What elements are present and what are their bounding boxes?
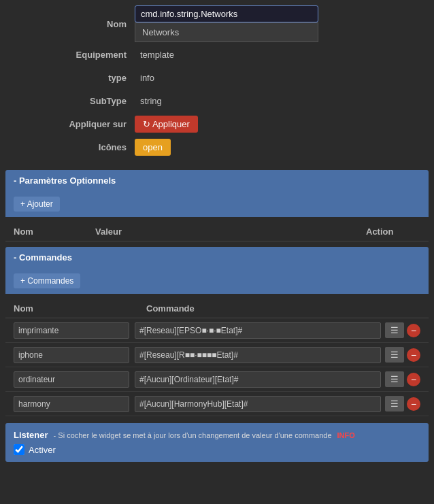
command-row: ☰ − bbox=[5, 318, 429, 343]
commands-title: - Commandes bbox=[14, 252, 72, 263]
remove-button-harmony[interactable]: − bbox=[407, 397, 420, 411]
command-name-imprimante[interactable] bbox=[14, 322, 129, 339]
subtype-label: SubType bbox=[5, 96, 135, 106]
open-button[interactable]: open bbox=[135, 139, 171, 156]
params-section-header: - Paramètres Optionnels bbox=[5, 170, 429, 191]
listener-title: Listener bbox=[14, 430, 48, 440]
listener-activate-label: Activer bbox=[29, 445, 56, 455]
remove-button-iphone[interactable]: − bbox=[407, 348, 420, 362]
list-icon-button-imprimante[interactable]: ☰ bbox=[385, 322, 404, 338]
commands-actions: + Commandes bbox=[5, 268, 429, 294]
params-table-header: Nom Valeur Action bbox=[5, 222, 429, 241]
command-value-imprimante[interactable] bbox=[135, 322, 381, 339]
listener-info-badge: INFO bbox=[337, 431, 355, 439]
refresh-icon: ↻ bbox=[143, 119, 150, 129]
command-value-ordinateur[interactable] bbox=[135, 371, 381, 388]
command-value-harmony[interactable] bbox=[135, 396, 381, 412]
nom-dropdown: Networks bbox=[135, 22, 318, 42]
commands-section-header: - Commandes bbox=[5, 247, 429, 268]
listener-activate-row: Activer bbox=[14, 444, 420, 455]
equipement-label: Equipement bbox=[5, 50, 135, 60]
params-col-valeur: Valeur bbox=[95, 226, 366, 237]
listener-section: Listener - Si cocher le widget se met à … bbox=[5, 423, 429, 462]
params-col-action: Action bbox=[366, 226, 420, 237]
icones-label: Icônes bbox=[5, 142, 135, 152]
list-icon-button-ordinateur[interactable]: ☰ bbox=[385, 371, 404, 387]
commands-col-cmd: Commande bbox=[146, 303, 420, 314]
type-label: type bbox=[5, 73, 135, 83]
dropdown-item-networks[interactable]: Networks bbox=[135, 23, 318, 41]
listener-header: Listener - Si cocher le widget se met à … bbox=[14, 430, 420, 440]
params-title: - Paramètres Optionnels bbox=[14, 175, 116, 186]
remove-button-imprimante[interactable]: − bbox=[407, 324, 420, 337]
commands-table-header: Nom Commande bbox=[5, 299, 429, 318]
listener-description: - Si cocher le widget se met à jour lors… bbox=[54, 431, 332, 439]
list-icon-button-harmony[interactable]: ☰ bbox=[385, 396, 404, 411]
nom-input[interactable] bbox=[135, 5, 318, 22]
params-actions: + Ajouter bbox=[5, 191, 429, 217]
type-value: info bbox=[135, 70, 160, 86]
command-name-ordinateur[interactable] bbox=[14, 371, 129, 388]
command-row: ☰ − bbox=[5, 343, 429, 367]
command-row: ☰ − bbox=[5, 367, 429, 392]
params-col-nom: Nom bbox=[14, 226, 95, 237]
command-value-iphone[interactable] bbox=[135, 347, 381, 363]
command-name-harmony[interactable] bbox=[14, 396, 129, 412]
appliquer-button[interactable]: ↻ Appliquer bbox=[135, 116, 198, 133]
remove-button-ordinateur[interactable]: − bbox=[407, 373, 420, 386]
command-name-iphone[interactable] bbox=[14, 347, 129, 363]
commands-col-nom: Nom bbox=[14, 303, 146, 314]
command-row: ☰ − bbox=[5, 392, 429, 416]
subtype-value: string bbox=[135, 93, 167, 109]
add-param-button[interactable]: + Ajouter bbox=[14, 197, 60, 212]
equipement-value: template bbox=[135, 47, 180, 63]
nom-label: Nom bbox=[5, 19, 135, 29]
appliquer-label: Appliquer sur bbox=[5, 119, 135, 129]
add-command-button[interactable]: + Commandes bbox=[14, 273, 80, 288]
list-icon-button-iphone[interactable]: ☰ bbox=[385, 347, 404, 363]
listener-checkbox[interactable] bbox=[14, 444, 24, 455]
